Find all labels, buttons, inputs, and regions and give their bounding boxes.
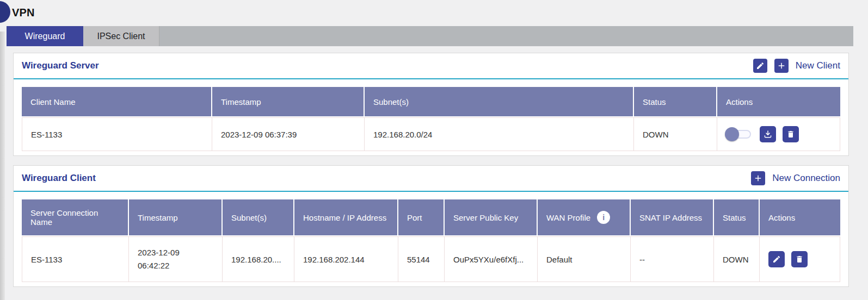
col-actions: Actions [760,199,840,236]
client-timestamp-cell: 2023-12-09 06:42:22 [129,236,223,282]
left-scrollbar-strip[interactable] [0,32,5,300]
wireguard-client-title: Wireguard Client [22,173,96,184]
wireguard-client-actions: New Connection [751,171,840,185]
wireguard-client-panel-header: Wireguard Client New Connection [14,166,848,192]
edit-server-button[interactable] [753,59,767,73]
col-wan-profile: WAN Profile i [538,199,631,236]
client-port-cell: 55144 [398,236,445,282]
client-actions-cell [760,236,840,282]
info-icon[interactable]: i [597,211,610,224]
trash-icon [786,130,795,139]
col-port: Port [398,199,445,236]
client-timestamp-text: 2023-12-09 06:42:22 [138,246,192,272]
pencil-icon [772,255,781,264]
tabbar: Wireguard IPSec Client [7,26,853,46]
wireguard-client-table: Server Connection Name Timestamp Subnet(… [22,199,840,282]
download-icon [763,129,773,139]
client-name-cell: ES-1133 [22,236,129,282]
client-table-header-row: Server Connection Name Timestamp Subnet(… [22,199,840,236]
wireguard-server-panel-header: Wireguard Server New Client [14,53,848,79]
server-timestamp-cell: 2023-12-09 06:37:39 [212,117,365,151]
client-wan-profile-cell: Default [538,236,631,282]
col-timestamp: Timestamp [129,199,223,236]
wireguard-server-panel: Wireguard Server New Client Client Name … [13,53,849,156]
client-status-cell: DOWN [714,236,760,282]
col-status: Status [634,87,717,117]
client-snat-cell: -- [631,236,714,282]
download-config-button[interactable] [760,126,776,142]
col-server-public-key: Server Public Key [445,199,538,236]
server-client-name-cell: ES-1133 [22,117,212,151]
new-connection-plus-button[interactable] [751,171,765,185]
tab-ipsec-client[interactable]: IPSec Client [83,26,159,46]
toggle-knob [725,127,739,141]
tabbar-filler [159,26,853,46]
wireguard-server-actions: New Client [753,59,840,73]
server-enable-toggle[interactable] [726,127,752,141]
tab-ipsec-client-label: IPSec Client [97,32,145,41]
new-client-label[interactable]: New Client [796,60,840,71]
col-subnets: Subnet(s) [223,199,294,236]
new-connection-label[interactable]: New Connection [772,173,840,184]
server-table-header-row: Client Name Timestamp Subnet(s) Status A… [22,87,840,117]
col-hostname-ip: Hostname / IP Address [294,199,398,236]
col-snat-ip: SNAT IP Address [631,199,714,236]
col-status: Status [714,199,760,236]
server-table-row: ES-1133 2023-12-09 06:37:39 192.168.20.0… [22,117,840,151]
delete-connection-button[interactable] [791,251,808,267]
client-public-key-cell: OuPx5YXu/e6fXfj... [445,236,538,282]
server-actions-cell [717,117,840,151]
new-client-plus-button[interactable] [774,59,789,73]
col-subnets: Subnet(s) [365,87,634,117]
client-hostname-cell: 192.168.202.144 [294,236,398,282]
tab-wireguard-label: Wireguard [25,32,65,41]
edit-connection-button[interactable] [768,251,785,267]
tab-wireguard[interactable]: Wireguard [7,26,83,46]
pencil-icon [756,61,765,70]
page-title: VPN [12,7,35,19]
trash-icon [795,255,804,264]
col-client-name: Client Name [22,87,212,117]
server-subnets-cell: 192.168.20.0/24 [365,117,634,151]
plus-icon [777,61,786,71]
wireguard-server-table: Client Name Timestamp Subnet(s) Status A… [22,87,840,151]
wireguard-client-panel: Wireguard Client New Connection Server C… [13,165,849,287]
col-actions: Actions [717,87,840,117]
client-table-row: ES-1133 2023-12-09 06:42:22 192.168.20..… [22,236,840,282]
col-server-connection-name: Server Connection Name [22,199,129,236]
client-subnets-cell: 192.168.20.... [223,236,294,282]
page-header: VPN [0,0,868,25]
plus-icon [753,173,763,183]
wan-profile-label: WAN Profile [546,213,590,222]
wireguard-server-title: Wireguard Server [22,60,99,71]
col-timestamp: Timestamp [212,87,365,117]
server-status-cell: DOWN [634,117,717,151]
delete-client-button[interactable] [783,126,799,142]
